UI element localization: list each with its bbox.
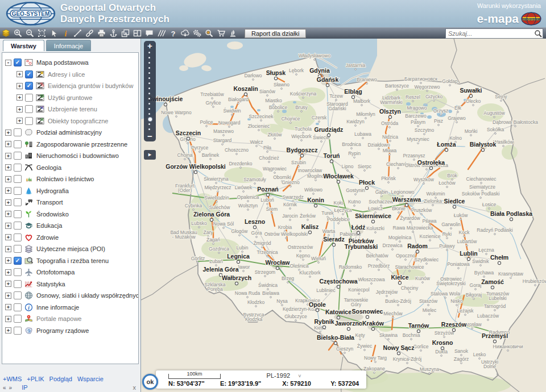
zoom-level-dot[interactable] xyxy=(148,76,152,81)
map-canvas[interactable]: WładysławowoJastarniaDarłowoLęborkSławno… xyxy=(141,39,546,392)
measure-line-button[interactable] xyxy=(72,28,84,39)
layer-item-środowisko[interactable]: +Środowisko xyxy=(2,208,138,220)
expand-icon[interactable]: + xyxy=(5,234,11,240)
layer-item-ewidencja-gruntów-i-budynków[interactable]: +✓Ewidencja gruntów i budynków xyxy=(2,80,138,92)
layer-checkbox[interactable] xyxy=(14,303,22,311)
expand-icon[interactable]: + xyxy=(5,176,11,182)
layer-checkbox[interactable] xyxy=(14,291,22,299)
expand-icon[interactable]: + xyxy=(5,211,11,217)
layer-item-obiekty-topograficzne[interactable]: +Obiekty topograficzne xyxy=(2,115,138,127)
layer-checkbox[interactable] xyxy=(14,222,22,230)
expand-icon[interactable]: + xyxy=(5,141,11,147)
layers-button[interactable] xyxy=(0,28,12,39)
layer-item-podział-administracyjny[interactable]: +Podział administracyjny xyxy=(2,127,138,139)
zoom-out-button[interactable] xyxy=(24,28,36,39)
layer-checkbox[interactable] xyxy=(14,128,22,136)
zoom-in-button[interactable] xyxy=(12,28,24,39)
layer-checkbox[interactable] xyxy=(14,233,22,241)
layer-checkbox[interactable] xyxy=(14,315,22,323)
layer-checkbox[interactable] xyxy=(14,140,22,148)
pointer-button[interactable] xyxy=(48,28,60,39)
expand-icon[interactable]: + xyxy=(5,164,11,170)
cart-button[interactable] xyxy=(215,28,227,39)
layer-checkbox[interactable] xyxy=(25,94,33,102)
comment-button[interactable] xyxy=(143,28,155,39)
layer-checkbox[interactable]: ✓ xyxy=(25,82,33,90)
layer-checkbox[interactable] xyxy=(14,175,22,183)
footer-link-wms[interactable]: +WMS xyxy=(3,376,22,382)
select-area-button[interactable] xyxy=(36,28,48,39)
layer-item-zagospodarowanie-przestrzenne[interactable]: +Zagospodarowanie przestrzenne xyxy=(2,139,138,151)
zoom-level-dot[interactable] xyxy=(148,91,152,96)
layer-item-nieruchomości-i-budownictwo[interactable]: +Nieruchomości i budownictwo xyxy=(2,150,138,162)
layer-item-użyteczne-miejsca-poi-[interactable]: +Użyteczne miejsca (POI) xyxy=(2,243,138,255)
expand-icon[interactable]: + xyxy=(5,304,11,310)
search-icon[interactable] xyxy=(533,30,543,37)
layer-item-programy-rządowe[interactable]: +Programy rządowe xyxy=(2,325,138,337)
parcel-report-button[interactable]: Raport dla działki xyxy=(245,29,306,38)
layer-item-edukacja[interactable]: +Edukacja xyxy=(2,220,138,232)
expand-icon[interactable]: + xyxy=(5,199,11,206)
zoom-level-dot[interactable] xyxy=(148,60,152,65)
tab-informacje[interactable]: Informacje xyxy=(46,40,91,51)
settings-button[interactable] xyxy=(191,28,203,39)
layer-checkbox[interactable] xyxy=(14,268,22,276)
expand-icon[interactable]: + xyxy=(5,246,11,252)
layer-item-użytki-gruntowe[interactable]: +Użytki gruntowe xyxy=(2,92,138,104)
close-icon[interactable]: x xyxy=(133,384,136,391)
zoom-out-button[interactable]: − xyxy=(147,132,152,140)
measure-slashes-button[interactable] xyxy=(155,28,167,39)
collapse-icon[interactable]: - xyxy=(5,60,11,66)
layer-item-adresy-i-ulice[interactable]: +✓Adresy i ulice xyxy=(2,69,138,81)
layer-checkbox[interactable]: ✓ xyxy=(14,59,22,66)
expand-icon[interactable]: + xyxy=(16,118,23,124)
layer-item-zdrowie[interactable]: +Zdrowie xyxy=(2,232,138,244)
expand-icon[interactable]: + xyxy=(16,83,23,89)
expand-icon[interactable]: + xyxy=(5,269,11,276)
expand-icon[interactable]: + xyxy=(5,257,11,264)
info-button[interactable]: i xyxy=(60,28,72,39)
layer-checkbox[interactable] xyxy=(14,210,22,218)
terms-link[interactable]: Warunki wykorzystania xyxy=(477,2,541,9)
pager-prev-icon[interactable]: « xyxy=(3,385,6,391)
footer-link-podgląd[interactable]: Podgląd xyxy=(49,376,72,382)
print-button[interactable] xyxy=(96,28,107,39)
expand-icon[interactable]: + xyxy=(5,153,11,159)
layer-checkbox[interactable] xyxy=(25,117,33,125)
zoom-level-dot[interactable] xyxy=(148,65,152,70)
cloud-download-button[interactable] xyxy=(179,28,191,39)
layer-item-topografia-i-rzeźba-terenu[interactable]: +✓Topografia i rzeźba terenu xyxy=(2,255,138,267)
tab-warstwy[interactable]: Warstwy xyxy=(3,40,44,51)
expand-icon[interactable]: + xyxy=(16,106,23,112)
layer-item-mapa-podstawowa[interactable]: -✓Mapa podstawowa xyxy=(2,57,138,69)
expand-icon[interactable]: + xyxy=(16,94,23,101)
search-plus-button[interactable] xyxy=(203,28,215,39)
expand-icon[interactable]: + xyxy=(5,316,11,322)
layer-checkbox[interactable] xyxy=(14,327,22,335)
layer-checkbox[interactable] xyxy=(25,105,33,113)
layer-item-transport[interactable]: +Transport xyxy=(2,197,138,208)
zoom-level-dot[interactable] xyxy=(148,106,152,111)
link-button[interactable] xyxy=(84,28,96,39)
layer-item-geologia[interactable]: +Geologia xyxy=(2,162,138,174)
search-input[interactable] xyxy=(446,30,533,37)
footer-link-wsparcie[interactable]: Wsparcie xyxy=(77,376,104,382)
crs-select[interactable]: PL-1992˅ xyxy=(247,372,321,379)
ip-link[interactable]: IP xyxy=(22,384,27,391)
layer-checkbox[interactable] xyxy=(14,245,22,253)
layer-item-portale-mapowe[interactable]: +Portale mapowe xyxy=(2,313,138,325)
layer-checkbox[interactable] xyxy=(14,187,22,195)
zoom-level-dot[interactable] xyxy=(148,122,152,127)
layer-item-ortofotomapa[interactable]: +Ortofotomapa xyxy=(2,266,138,278)
layer-checkbox[interactable] xyxy=(14,152,22,160)
expand-icon[interactable]: + xyxy=(5,223,11,229)
sail-button[interactable] xyxy=(227,28,239,39)
help-button[interactable]: ? xyxy=(167,28,179,39)
layer-item-osnowy-siatki-i-układy-współrzędnych[interactable]: +Osnowy, siatki i układy współrzędnych xyxy=(2,290,138,302)
expand-icon[interactable]: + xyxy=(5,130,11,136)
footer-link-plik[interactable]: +PLIK xyxy=(27,376,44,382)
pager-next-icon[interactable]: » xyxy=(9,385,13,391)
expand-icon[interactable]: + xyxy=(5,327,11,333)
expand-icon[interactable]: + xyxy=(5,293,11,299)
layer-checkbox[interactable]: ✓ xyxy=(14,257,22,265)
